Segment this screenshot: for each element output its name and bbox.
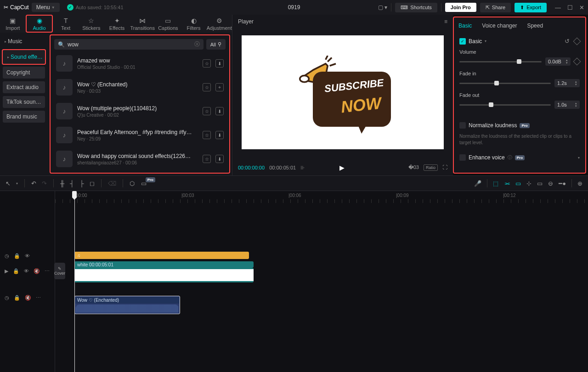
props-tab-voice-changer[interactable]: Voice changer — [482, 23, 517, 29]
clock-icon[interactable]: ◷ — [5, 295, 9, 301]
checkbox-normalize[interactable]: ✓ — [459, 122, 466, 129]
tab-transitions[interactable]: ⋈Transitions — [130, 15, 155, 33]
tab-audio[interactable]: ◉Audio — [26, 15, 53, 33]
download-icon[interactable]: ⬇ — [215, 59, 224, 68]
playhead-handle[interactable] — [72, 191, 77, 197]
keyframe-icon[interactable] — [573, 37, 581, 45]
props-tab-basic[interactable]: Basic — [458, 23, 472, 29]
sidebar-item-tiktok-sounds[interactable]: TikTok soun… — [3, 96, 45, 108]
sound-item[interactable]: ♪ Peaceful Early Afternoon_ #fyp #trendi… — [53, 123, 226, 147]
eye-icon[interactable]: 👁 — [24, 268, 29, 274]
sound-item[interactable]: ♪ Wow (multiple people)(1104812) Q'ju Cr… — [53, 99, 226, 123]
sidebar-item-brand-music[interactable]: Brand music — [3, 111, 45, 123]
tab-effects[interactable]: ✦Effects — [104, 15, 130, 33]
fadein-value[interactable]: 1.2s▴▾ — [554, 79, 580, 87]
eye-icon[interactable]: 👁 — [25, 253, 30, 259]
ruler[interactable]: |00:00 |00:03 |00:06 |00:09 |00:12 — [55, 191, 588, 204]
sidebar-item-sound-effects[interactable]: ▸Sound effe… — [2, 49, 46, 65]
play-button[interactable]: ▶ — [339, 164, 345, 171]
playhead[interactable] — [74, 191, 75, 372]
lock-icon[interactable]: 🔒 — [14, 253, 20, 259]
reset-icon[interactable]: ↺ — [565, 38, 570, 45]
shield-icon[interactable]: ⬡ — [130, 180, 135, 187]
trim-right-icon[interactable]: ├ — [79, 180, 84, 187]
fadein-slider[interactable] — [459, 83, 551, 84]
trim-left-icon[interactable]: ┤ — [70, 180, 74, 187]
more-icon[interactable]: ⋯ — [36, 295, 41, 301]
tab-filters[interactable]: ◐Filters — [181, 15, 207, 33]
close-icon[interactable]: ✕ — [579, 4, 584, 11]
video-icon[interactable]: ▶ — [5, 268, 8, 274]
link-icon[interactable]: ⫘ — [504, 180, 510, 187]
slider-thumb[interactable] — [489, 102, 493, 107]
fadeout-slider[interactable] — [459, 104, 551, 106]
fullscreen-icon[interactable]: ⛶ — [442, 164, 447, 171]
crop-icon[interactable]: ◻ — [90, 180, 95, 187]
sidebar-item-music[interactable]: ▸Music — [0, 34, 48, 48]
fadeout-value[interactable]: 1.0s▴▾ — [554, 101, 580, 109]
spinner-arrows[interactable]: ▴▾ — [575, 80, 577, 86]
effect-clip[interactable] — [74, 252, 249, 259]
favorite-icon[interactable]: ☆ — [203, 131, 211, 139]
project-title[interactable]: 0919 — [288, 4, 300, 11]
volume-slider[interactable] — [459, 61, 542, 62]
menu-button[interactable]: Menu ▼ — [32, 3, 60, 12]
checkbox-basic[interactable]: ✓ — [459, 38, 466, 45]
preview-icon[interactable]: ▭ — [537, 180, 543, 187]
mic-icon[interactable]: 🎤 — [474, 180, 481, 187]
download-icon[interactable]: ⬇ — [215, 131, 224, 139]
search-box[interactable]: 🔍 ⓧ — [54, 39, 204, 50]
download-icon[interactable]: ⬇ — [215, 155, 224, 163]
maximize-icon[interactable]: ☐ — [567, 4, 573, 11]
shortcuts-button[interactable]: ⌨ Shortcuts — [395, 3, 437, 12]
mute-icon[interactable]: 🔇 — [25, 295, 31, 301]
captions-tool-icon[interactable]: ▭Pro — [141, 180, 147, 187]
slider-thumb[interactable] — [517, 59, 521, 64]
sound-item[interactable]: ♪ Amazed wow Official Sound Studio · 00:… — [53, 51, 226, 75]
mute-icon[interactable]: 🔇 — [34, 268, 40, 274]
bars-icon[interactable]: ⊪ — [300, 165, 305, 171]
player-canvas[interactable]: SUBSCRIBE NOW — [238, 28, 447, 156]
tab-import[interactable]: ▣Import — [0, 15, 26, 33]
delete-icon[interactable]: ⌫ — [108, 180, 116, 187]
ratio-button[interactable]: Ratio — [424, 164, 438, 171]
add-icon[interactable]: ＋ — [215, 83, 224, 91]
sound-item[interactable]: ♪ Wow and happy comical sound effects(12… — [53, 147, 226, 171]
tab-stickers[interactable]: ☆Stickers — [79, 15, 104, 33]
volume-value[interactable]: 0.0dB▴▾ — [545, 57, 571, 66]
tab-text[interactable]: TText — [53, 15, 79, 33]
filter-button[interactable]: All ⚲ — [206, 39, 226, 50]
zoom-slider[interactable]: ━● — [559, 180, 566, 187]
video-clip[interactable] — [74, 268, 254, 282]
scan-icon[interactable]: �03 — [408, 164, 419, 171]
favorite-icon[interactable]: ☆ — [203, 107, 211, 115]
pointer-icon[interactable]: ↖ — [6, 180, 11, 187]
minimize-icon[interactable]: — — [555, 4, 561, 11]
lock-icon[interactable]: 🔒 — [14, 295, 20, 301]
chevron-down-icon[interactable]: ▾ — [578, 156, 580, 160]
keyframe-icon[interactable] — [573, 58, 581, 66]
info-icon[interactable]: ⓘ — [508, 154, 512, 161]
checkbox-enhance[interactable]: ✓ — [459, 154, 466, 161]
slider-thumb[interactable] — [494, 81, 499, 85]
lock-icon[interactable]: 🔒 — [13, 268, 19, 274]
player-menu-icon[interactable]: ≡ — [444, 18, 447, 25]
undo-icon[interactable]: ↶ — [31, 180, 36, 187]
zoom-out-icon[interactable]: ⊖ — [548, 180, 553, 187]
clear-icon[interactable]: ⓧ — [194, 40, 200, 48]
chevron-down-icon[interactable]: ▾ — [16, 181, 18, 186]
export-button[interactable]: ⬆ Export — [514, 3, 547, 12]
align-icon[interactable]: ⊹ — [526, 180, 531, 187]
audio-clip[interactable]: Wow ♡ (Enchanted) — [74, 296, 180, 314]
sidebar-item-extract-audio[interactable]: Extract audio — [3, 81, 45, 93]
chevron-down-icon[interactable]: ▾ — [485, 39, 486, 43]
sound-item[interactable]: ♪ Wow ♡ (Enchanted) Ney · 00:03 ☆ ＋ — [53, 75, 226, 99]
zoom-in-icon[interactable]: ⊕ — [577, 180, 582, 187]
tab-captions[interactable]: ▭Captions — [155, 15, 181, 33]
aspect-icon[interactable]: ▢ ▾ — [378, 4, 387, 11]
split-icon[interactable]: ╫ — [60, 180, 64, 187]
tab-adjustment[interactable]: ⚙Adjustment — [206, 15, 232, 33]
share-button[interactable]: ⇱ Share — [480, 3, 511, 12]
favorite-icon[interactable]: ☆ — [203, 83, 211, 91]
snap-icon[interactable]: ▭ — [515, 180, 521, 187]
